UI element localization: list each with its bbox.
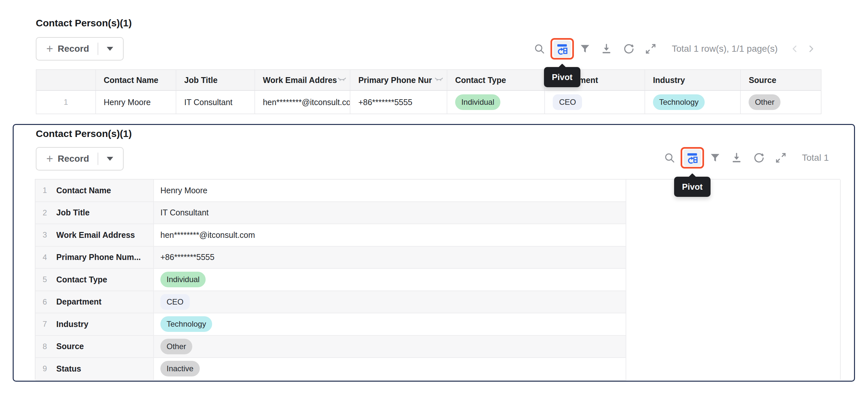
caret-down-icon[interactable] [107, 157, 113, 161]
total-rows-text: Total 1 [802, 153, 829, 163]
header-label: Contact Name [104, 75, 158, 85]
total-rows-text: Total 1 row(s), 1/1 page(s) [672, 43, 778, 54]
add-record-button[interactable]: + Record [36, 37, 124, 61]
expand-icon[interactable] [645, 42, 657, 55]
refresh-icon[interactable] [623, 43, 635, 55]
chevron-right-icon[interactable] [807, 44, 815, 53]
detail-row[interactable]: 1 Contact Name Henry Moore [35, 180, 626, 202]
header-label: Industry [653, 75, 685, 85]
bottom-toolbar: Total 1 [664, 147, 829, 169]
detail-row[interactable]: 3 Work Email Address hen********@itconsu… [35, 224, 626, 247]
plus-icon: + [46, 43, 53, 55]
plus-icon: + [46, 153, 53, 164]
record-button-label: Record [58, 154, 89, 164]
cell-contact-type[interactable]: Individual [447, 91, 545, 114]
field-index: 6 [42, 297, 54, 306]
column-header-contact-name[interactable]: Contact Name [96, 70, 177, 90]
field-value-cell[interactable]: hen********@itconsult.com [154, 224, 626, 246]
detail-row[interactable]: 7 Industry Technology [35, 313, 626, 336]
cell-primary-phone[interactable]: +86*******5555 [350, 91, 447, 114]
masked-eye-icon[interactable] [434, 75, 443, 85]
pivot-icon [553, 40, 571, 57]
cell-industry[interactable]: Technology [645, 91, 741, 114]
industry-badge: Technology [653, 94, 705, 110]
field-label: Contact Type [56, 275, 107, 284]
pivot-view-button[interactable] [681, 147, 704, 169]
search-icon[interactable] [664, 152, 675, 164]
top-toolbar: Total 1 row(s), 1/1 page(s) [533, 37, 815, 61]
pivot-detail-table: 1 Contact Name Henry Moore 2 Job Title I… [35, 179, 840, 380]
industry-badge: Technology [160, 316, 212, 332]
header-label: Source [749, 75, 776, 85]
header-label: Primary Phone Nur [358, 75, 432, 85]
detail-row[interactable]: 4 Primary Phone Num... +86*******5555 [35, 247, 626, 269]
field-value-cell[interactable]: Inactive [154, 358, 626, 380]
detail-row[interactable]: 5 Contact Type Individual [35, 269, 626, 291]
status-badge: Inactive [160, 361, 200, 376]
column-header-index[interactable] [36, 70, 96, 90]
field-index: 7 [42, 320, 54, 329]
column-header-source[interactable]: Source [741, 70, 821, 90]
search-icon[interactable] [533, 43, 545, 55]
field-value-cell[interactable]: IT Consultant [154, 202, 626, 224]
download-icon[interactable] [600, 43, 612, 55]
field-label: Work Email Address [56, 231, 135, 240]
field-value-cell[interactable]: Other [154, 336, 626, 358]
pivot-view-button[interactable] [551, 38, 574, 60]
field-label-cell: 6 Department [35, 291, 154, 313]
record-button-label: Record [58, 43, 89, 54]
field-value-cell[interactable]: Henry Moore [154, 180, 626, 202]
field-label-cell: 9 Status [35, 358, 154, 380]
table-row[interactable]: 1 Henry Moore IT Consultant hen********@… [36, 91, 821, 114]
header-label: Contact Type [455, 75, 506, 85]
contacts-grid-table: Contact Name Job Title Work Email Addres… [36, 69, 822, 114]
button-divider [98, 153, 98, 165]
download-icon[interactable] [731, 152, 742, 164]
refresh-icon[interactable] [753, 152, 765, 164]
field-index: 9 [42, 364, 54, 373]
field-value-cell[interactable]: CEO [154, 291, 626, 313]
column-header-primary-phone[interactable]: Primary Phone Nur [350, 70, 447, 90]
field-label: Job Title [56, 208, 90, 217]
field-index: 1 [42, 186, 54, 195]
field-label: Status [56, 364, 81, 373]
add-record-button[interactable]: + Record [36, 147, 124, 171]
detail-row[interactable]: 8 Source Other [35, 336, 626, 358]
field-index: 8 [42, 342, 54, 351]
column-header-industry[interactable]: Industry [645, 70, 741, 90]
field-label: Primary Phone Num... [56, 252, 141, 262]
row-index: 1 [36, 91, 96, 114]
page-title: Contact Person(s)(1) [36, 18, 132, 29]
field-label: Source [56, 342, 84, 351]
detail-row[interactable]: 6 Department CEO [35, 291, 626, 314]
caret-down-icon[interactable] [107, 47, 113, 51]
detail-row[interactable]: 9 Status Inactive [35, 358, 626, 381]
header-label: Job Title [184, 75, 217, 85]
masked-eye-icon[interactable] [337, 75, 346, 85]
field-index: 2 [42, 208, 54, 217]
source-badge: Other [160, 339, 192, 354]
department-badge: CEO [553, 94, 582, 110]
filter-icon[interactable] [709, 152, 721, 164]
cell-job-title[interactable]: IT Consultant [176, 91, 255, 114]
contact-type-badge: Individual [160, 272, 206, 287]
grid-header-row: Contact Name Job Title Work Email Addres… [36, 70, 821, 91]
detail-row[interactable]: 2 Job Title IT Consultant [35, 202, 626, 224]
column-header-contact-type[interactable]: Contact Type [447, 70, 545, 90]
cell-contact-name[interactable]: Henry Moore [96, 91, 177, 114]
field-value-cell[interactable]: Individual [154, 269, 626, 291]
cell-work-email[interactable]: hen********@itconsult.com [255, 91, 351, 114]
column-header-work-email[interactable]: Work Email Addres [255, 70, 351, 90]
cell-department[interactable]: CEO [545, 91, 645, 114]
field-label: Contact Name [56, 186, 111, 195]
field-label: Department [56, 297, 101, 306]
expand-icon[interactable] [775, 152, 787, 164]
field-value-cell[interactable]: Technology [154, 313, 626, 335]
field-label-cell: 7 Industry [35, 313, 154, 335]
pivot-tooltip: Pivot [544, 67, 580, 87]
cell-source[interactable]: Other [741, 91, 821, 114]
field-value-cell[interactable]: +86*******5555 [154, 247, 626, 268]
filter-icon[interactable] [579, 43, 591, 55]
column-header-job-title[interactable]: Job Title [176, 70, 255, 90]
chevron-left-icon[interactable] [790, 44, 799, 53]
